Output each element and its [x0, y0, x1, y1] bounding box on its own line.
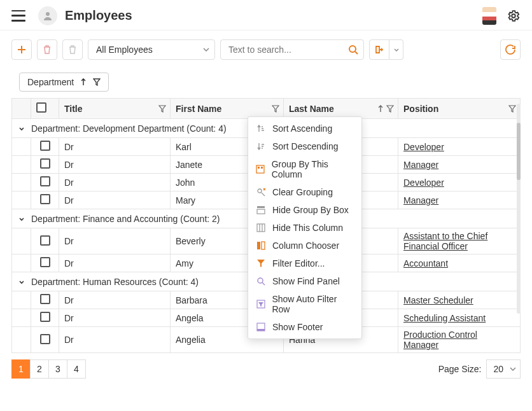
row-checkbox[interactable]	[40, 176, 50, 186]
cell-position[interactable]: Developer	[398, 138, 521, 156]
row-checkbox[interactable]	[40, 312, 50, 322]
cell-expander	[12, 174, 31, 192]
cell-checkbox[interactable]	[31, 174, 59, 192]
cell-expander	[12, 309, 31, 327]
view-filter-label: All Employees	[96, 45, 153, 55]
svg-rect-10	[257, 242, 260, 249]
refresh-button[interactable]	[500, 39, 521, 60]
cell-position[interactable]: Manager	[398, 156, 521, 174]
cell-checkbox[interactable]	[31, 156, 59, 174]
cell-checkbox[interactable]	[31, 138, 59, 156]
expand-icon[interactable]	[18, 279, 25, 286]
cell-position[interactable]: Master Scheduler	[398, 291, 521, 309]
expand-icon[interactable]	[18, 216, 25, 223]
cell-position[interactable]: Production Control Manager	[398, 327, 521, 353]
svg-rect-11	[262, 242, 265, 249]
page-3[interactable]: 3	[48, 359, 67, 379]
ctx-label: Column Chooser	[272, 240, 339, 251]
ctx-group-by[interactable]: Group By This Column	[248, 155, 361, 183]
ctx-label: Show Auto Filter Row	[272, 294, 354, 314]
export-dropdown[interactable]	[389, 39, 403, 60]
col-firstname[interactable]: First Name	[171, 99, 284, 119]
group-label: Department: Development Department (Coun…	[31, 123, 227, 134]
ctx-sort-desc[interactable]: Sort Descending	[248, 137, 361, 155]
cell-title: Dr	[59, 156, 171, 174]
cell-position[interactable]: Developer	[398, 174, 521, 192]
ctx-autofilter[interactable]: Show Auto Filter Row	[248, 290, 361, 318]
filter-icon[interactable]	[272, 105, 279, 113]
cell-checkbox[interactable]	[31, 309, 59, 327]
cell-title: Dr	[59, 174, 171, 192]
cell-position[interactable]: Manager	[398, 192, 521, 209]
svg-rect-9	[257, 224, 265, 232]
cell-position[interactable]: Scheduling Assistant	[398, 309, 521, 327]
page-4[interactable]: 4	[67, 359, 86, 379]
page-size-select[interactable]: 20	[486, 359, 521, 379]
new-button[interactable]	[11, 39, 32, 60]
ctx-label: Show Find Panel	[272, 276, 340, 286]
page-2[interactable]: 2	[30, 359, 49, 379]
menu-button[interactable]	[11, 10, 25, 22]
sort-asc-icon	[80, 78, 87, 86]
col-title[interactable]: Title	[59, 99, 171, 119]
select-all-checkbox[interactable]	[36, 102, 46, 113]
col-checkbox[interactable]	[31, 99, 59, 119]
export-button[interactable]	[369, 39, 389, 60]
row-checkbox[interactable]	[40, 194, 50, 204]
row-checkbox[interactable]	[40, 334, 50, 344]
col-lastname[interactable]: Last Name	[284, 99, 398, 119]
cell-expander	[12, 327, 31, 353]
vertical-scrollbar[interactable]	[517, 104, 521, 314]
ctx-col-chooser[interactable]: Column Chooser	[248, 237, 361, 254]
row-checkbox[interactable]	[40, 235, 50, 246]
sort-desc-icon	[256, 141, 266, 151]
group-panel: Department	[11, 66, 521, 98]
filter-icon[interactable]	[386, 105, 394, 113]
user-avatar[interactable]	[482, 7, 496, 25]
settings-button[interactable]	[507, 9, 521, 23]
delete-alt-button[interactable]	[62, 39, 83, 60]
cell-expander	[12, 291, 31, 309]
ctx-sort-asc[interactable]: Sort Ascending	[248, 120, 361, 137]
group-tag-department[interactable]: Department	[19, 73, 109, 92]
footer-icon	[256, 322, 266, 332]
svg-point-1	[512, 14, 515, 18]
filter-icon	[93, 78, 101, 86]
svg-point-2	[349, 46, 356, 52]
search-input[interactable]	[227, 44, 343, 55]
col-position[interactable]: Position	[398, 99, 521, 119]
page-size-value: 20	[493, 364, 503, 374]
row-checkbox[interactable]	[40, 257, 50, 267]
row-checkbox[interactable]	[40, 158, 50, 169]
cell-expander	[12, 156, 31, 174]
ctx-find-panel[interactable]: Show Find Panel	[248, 272, 361, 290]
sort-asc-icon[interactable]	[377, 105, 384, 113]
cell-checkbox[interactable]	[31, 228, 59, 254]
ctx-hide-groupbox[interactable]: Hide Group By Box	[248, 201, 361, 219]
filter-icon[interactable]	[508, 105, 516, 113]
cell-checkbox[interactable]	[31, 192, 59, 209]
ctx-clear-group[interactable]: Clear Grouping	[248, 183, 361, 201]
cell-title: Dr	[59, 327, 171, 353]
search-box	[220, 39, 364, 60]
cell-title: Dr	[59, 291, 171, 309]
row-checkbox[interactable]	[40, 294, 50, 304]
view-filter-select[interactable]: All Employees	[88, 39, 215, 60]
filter-icon[interactable]	[158, 105, 166, 113]
cell-expander	[12, 254, 31, 272]
svg-point-0	[46, 12, 50, 16]
cell-checkbox[interactable]	[31, 327, 59, 353]
cell-position[interactable]: Assistant to the Chief Financial Officer	[398, 228, 521, 254]
cell-position[interactable]: Accountant	[398, 254, 521, 272]
ctx-footer[interactable]: Show Footer	[248, 318, 361, 336]
search-button[interactable]	[343, 40, 363, 59]
row-checkbox[interactable]	[40, 141, 50, 151]
page-1[interactable]: 1	[11, 359, 31, 379]
ctx-filter-editor[interactable]: Filter Editor...	[248, 254, 361, 272]
page-title: Employees	[65, 8, 132, 23]
expand-icon[interactable]	[18, 126, 25, 132]
cell-checkbox[interactable]	[31, 291, 59, 309]
cell-checkbox[interactable]	[31, 254, 59, 272]
ctx-hide-col[interactable]: Hide This Column	[248, 219, 361, 237]
delete-button[interactable]	[37, 39, 57, 60]
